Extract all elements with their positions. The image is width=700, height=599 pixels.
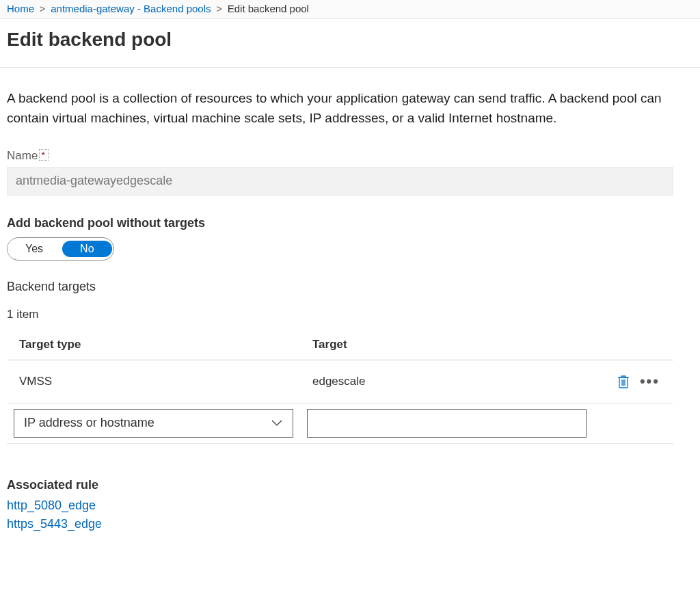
toggle-no[interactable]: No: [62, 241, 111, 257]
target-type-dropdown[interactable]: IP address or hostname: [14, 409, 293, 438]
table-row: VMSS edgescale: [7, 360, 673, 403]
without-targets-toggle[interactable]: Yes No: [7, 237, 114, 261]
table-row-new: IP address or hostname: [7, 403, 673, 443]
col-header-type: Target type: [7, 331, 300, 360]
breadcrumb-current: Edit backend pool: [228, 3, 309, 14]
targets-count: 1 item: [7, 308, 693, 321]
name-label: Name *: [7, 149, 49, 163]
breadcrumb: Home > antmedia-gateway - Backend pools …: [0, 0, 700, 19]
row-target: edgescale: [300, 360, 593, 403]
backend-targets-heading: Backend targets: [7, 280, 693, 294]
description-text: A backend pool is a collection of resour…: [7, 88, 663, 129]
rule-link[interactable]: https_5443_edge: [7, 515, 693, 533]
more-button[interactable]: •••: [638, 371, 661, 392]
row-type: VMSS: [7, 360, 300, 403]
name-input: [7, 167, 673, 196]
rule-link[interactable]: http_5080_edge: [7, 496, 693, 515]
required-icon: *: [39, 149, 49, 161]
more-icon: •••: [640, 373, 660, 390]
associated-rule-heading: Associated rule: [7, 478, 693, 492]
page-title: Edit backend pool: [0, 19, 700, 68]
trash-icon: [617, 374, 630, 389]
chevron-down-icon: [271, 417, 283, 429]
chevron-right-icon: >: [40, 3, 45, 14]
name-label-text: Name: [7, 149, 38, 163]
col-header-target: Target: [300, 331, 593, 360]
dropdown-value: IP address or hostname: [24, 416, 154, 430]
delete-button[interactable]: [615, 373, 632, 390]
without-targets-label: Add backend pool without targets: [7, 216, 693, 230]
breadcrumb-parent[interactable]: antmedia-gateway - Backend pools: [51, 3, 211, 14]
target-input[interactable]: [307, 409, 587, 438]
toggle-yes[interactable]: Yes: [8, 239, 61, 258]
breadcrumb-home[interactable]: Home: [7, 3, 34, 14]
chevron-right-icon: >: [217, 3, 222, 14]
targets-table: Target type Target VMSS edgescale: [7, 331, 673, 444]
